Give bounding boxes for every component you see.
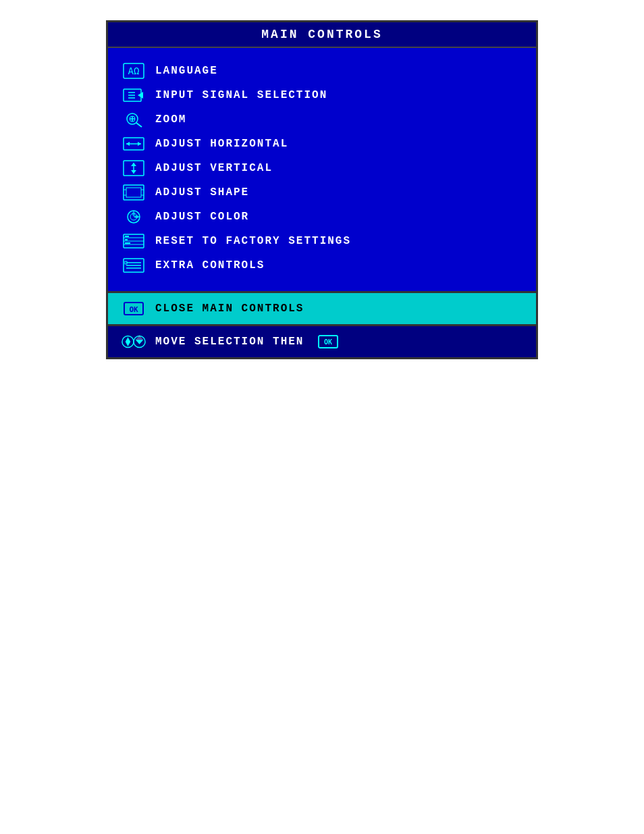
svg-rect-32 [125,239,128,240]
menu-item-adjust-shape[interactable]: ADJUST SHAPE [122,180,522,205]
bottom-bar: MOVE SELECTION THEN OK [108,326,536,357]
svg-rect-21 [126,188,141,197]
menu-item-input-signal[interactable]: INPUT SIGNAL SELECTION [122,83,522,107]
bottom-label: MOVE SELECTION THEN [155,336,304,348]
svg-marker-44 [126,342,131,346]
menu-area: ΑΩ LANGUAGE INPUT SIGNAL SELECTION [108,48,536,291]
svg-rect-34 [125,236,129,237]
reset-icon [122,232,146,250]
svg-marker-43 [126,337,131,342]
svg-text:OK: OK [129,305,138,314]
menu-item-extra-controls[interactable]: EXTRA CONTROLS [122,253,522,278]
navigation-icon [122,333,146,350]
adjust-shape-icon [122,184,146,201]
svg-marker-15 [138,142,141,146]
close-label: CLOSE MAIN CONTROLS [155,303,304,315]
title-text: MAIN CONTROLS [261,28,382,41]
zoom-icon [122,111,146,128]
svg-marker-47 [136,336,143,340]
svg-marker-19 [131,170,136,174]
svg-rect-39 [125,261,127,264]
input-signal-label: INPUT SIGNAL SELECTION [155,89,327,101]
menu-item-adjust-color[interactable]: ADJUST COLOR [122,205,522,229]
zoom-label: ZOOM [155,113,186,126]
svg-rect-33 [125,242,130,244]
close-ok-icon: OK [122,300,146,317]
adjust-vertical-label: ADJUST VERTICAL [155,162,273,174]
svg-text:OK: OK [324,338,332,346]
extra-controls-icon [122,257,146,274]
menu-item-adjust-vertical[interactable]: ADJUST VERTICAL [122,156,522,180]
svg-marker-18 [131,163,136,166]
menu-item-language[interactable]: ΑΩ LANGUAGE [122,59,522,83]
adjust-color-icon [122,208,146,226]
svg-marker-3 [138,92,143,99]
adjust-horizontal-icon [122,135,146,153]
bottom-ok-icon: OK [316,333,340,350]
language-icon: ΑΩ [122,62,146,80]
input-signal-icon [122,86,146,104]
adjust-shape-label: ADJUST SHAPE [155,186,249,199]
menu-item-reset[interactable]: RESET TO FACTORY SETTINGS [122,229,522,253]
monitor-ui: MAIN CONTROLS ΑΩ LANGUAGE [106,20,538,359]
svg-marker-14 [126,142,130,146]
svg-marker-46 [136,340,143,344]
title-bar: MAIN CONTROLS [108,22,536,48]
adjust-color-label: ADJUST COLOR [155,211,249,223]
menu-item-zoom[interactable]: ZOOM [122,107,522,132]
menu-item-adjust-horizontal[interactable]: ADJUST HORIZONTAL [122,132,522,156]
extra-controls-label: EXTRA CONTROLS [155,259,265,271]
svg-line-9 [136,123,142,127]
svg-text:ΑΩ: ΑΩ [128,66,140,76]
close-bar[interactable]: OK CLOSE MAIN CONTROLS [108,293,536,324]
language-label: LANGUAGE [155,65,218,77]
adjust-horizontal-label: ADJUST HORIZONTAL [155,138,288,150]
adjust-vertical-icon [122,159,146,177]
reset-label: RESET TO FACTORY SETTINGS [155,235,351,247]
